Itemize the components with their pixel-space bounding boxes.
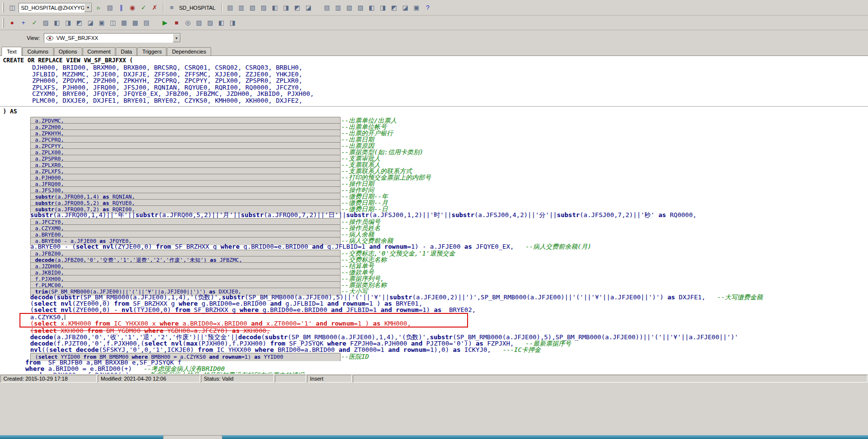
object-browser-icon[interactable]: ▤ bbox=[322, 3, 332, 13]
connection-combo[interactable]: SD_HOSPITAL@ZHXYYGL ▼ bbox=[18, 3, 92, 13]
view-selector-row: View: VW_SF_BRJFXX ▼ bbox=[0, 30, 868, 46]
to-do-list-icon[interactable]: ◧ bbox=[366, 3, 377, 13]
tab-data[interactable]: Data bbox=[116, 47, 137, 55]
code-line: a.CZYXM0,--操作员姓名 bbox=[30, 224, 868, 231]
explain-plan-window-icon[interactable]: ◪ bbox=[303, 3, 314, 13]
tab-options[interactable]: Options bbox=[54, 47, 82, 55]
created-status: Created: 2015-10-29 17:18 bbox=[0, 375, 97, 383]
code-line: substr(a.JFRQ00,1,4) as RQNIAN,--缴费日期--年 bbox=[30, 193, 868, 199]
as-line: ) AS bbox=[0, 107, 868, 117]
tab-triggers[interactable]: Triggers bbox=[137, 47, 166, 55]
tab-text[interactable]: Text bbox=[1, 47, 22, 56]
toolbar-grip[interactable] bbox=[2, 3, 4, 13]
schema-browser-label[interactable]: SD_HOSPITAL bbox=[178, 5, 218, 11]
recall-statement-icon[interactable]: ◨ bbox=[378, 3, 388, 13]
code-line: a.JFSJ00,--操作时间 bbox=[30, 186, 868, 193]
toolbar-separator bbox=[221, 3, 222, 13]
window-icons-group: ▤▥▧▨◧◨◩◪ bbox=[225, 3, 314, 13]
add-row-icon[interactable]: + bbox=[18, 18, 29, 28]
code-comment: --医院ID bbox=[341, 353, 369, 360]
tab-columns[interactable]: Columns bbox=[22, 47, 53, 55]
code-line: a.BRYE00,--病人余额 bbox=[30, 231, 868, 237]
open-document-icon[interactable]: ▥ bbox=[236, 3, 247, 13]
toolbar-grip[interactable] bbox=[2, 18, 4, 28]
view-label: View: bbox=[27, 35, 40, 41]
view-combo[interactable]: VW_SF_BRJFXX ▼ bbox=[44, 33, 181, 43]
break-icon[interactable]: ◉ bbox=[127, 3, 138, 13]
column-list-line: ZPH000, ZPDVMC, ZPZH00, ZPKHYH, ZPCPRQ, … bbox=[32, 77, 868, 84]
code-comment: ---IC卡押金 bbox=[503, 347, 541, 353]
status-spacer bbox=[353, 375, 868, 383]
code-comment: --病人交费前余额(月) bbox=[525, 243, 591, 250]
find-database-object-icon[interactable]: ▥ bbox=[333, 3, 344, 13]
preferences-icon[interactable]: ▣ bbox=[411, 3, 422, 13]
edit-toolbar: ●+✓▨◧◨◩◪▣◫▦▩▤ ▶ ■◎▧▨◧◨ bbox=[0, 16, 868, 30]
rollback-icon[interactable]: ✗ bbox=[149, 3, 160, 13]
code-line: substr(a.JFRQ00,5,2) as RQYUE0,--缴费日期--月 bbox=[30, 199, 868, 205]
chevron-down-icon[interactable]: ▼ bbox=[84, 3, 92, 12]
refresh-icon[interactable]: ▨ bbox=[40, 18, 51, 28]
code-line: a.ZPLXFS,--支票联系人的联系方式 bbox=[30, 167, 868, 174]
execute-query-icon[interactable]: ▹ bbox=[93, 3, 104, 13]
code-line: (select nvl(ZYE000,0) - nvl(TYJE00,0) fr… bbox=[30, 307, 868, 313]
chevron-down-icon[interactable]: ▼ bbox=[173, 34, 181, 42]
command-window-icon[interactable]: ◨ bbox=[281, 3, 291, 13]
validity-status: Status: Valid bbox=[201, 375, 274, 383]
select-all-icon[interactable]: ◫ bbox=[108, 18, 118, 28]
pause-icon[interactable]: ∥ bbox=[116, 3, 127, 13]
column-list-line: ZPLXFS, PJH000, JFRQ00, JFSJ00, RQNIAN, … bbox=[32, 84, 868, 91]
sql-window-icon[interactable]: ◧ bbox=[270, 3, 280, 13]
compile-invalid-objects-icon[interactable]: ▧ bbox=[344, 3, 355, 13]
replace-icon[interactable]: ▨ bbox=[205, 18, 216, 28]
code-line: a.ZPKHYH,--出票的开户银行 bbox=[30, 129, 868, 136]
session-connect-icon[interactable]: ◫ bbox=[7, 3, 18, 13]
indent-icon[interactable]: ▦ bbox=[119, 18, 129, 28]
run-icon[interactable]: ▶ bbox=[160, 18, 170, 28]
undo-icon[interactable]: ◧ bbox=[52, 18, 62, 28]
schema-tree-icon[interactable]: ≡ bbox=[166, 3, 177, 13]
run-icons-group: ▶ bbox=[160, 18, 170, 28]
describe-object-icon[interactable]: ◧ bbox=[216, 18, 227, 28]
copy-icon[interactable]: ◪ bbox=[85, 18, 96, 28]
describe-icon[interactable]: ▤ bbox=[105, 3, 115, 13]
save-icon[interactable]: ▧ bbox=[247, 3, 258, 13]
status-spacer bbox=[275, 375, 306, 383]
tab-bar: TextColumnsOptionsCommentDataTriggersDep… bbox=[0, 46, 868, 55]
macro-library-icon[interactable]: ◪ bbox=[400, 3, 411, 13]
highlight-box: a.CZYKS0,(select x.KMH000 from IC_YHXX00… bbox=[19, 313, 468, 328]
outdent-icon[interactable]: ▩ bbox=[130, 18, 141, 28]
code-line: a.ZPDVMC,--出票单位/出票人 bbox=[30, 117, 868, 123]
window-list-icon[interactable]: ◩ bbox=[389, 3, 399, 13]
column-list-line: PLMC00, DXXJE0, DXJFE1, BRYE01, BRYE02, … bbox=[32, 97, 868, 104]
commit-icon[interactable]: ✓ bbox=[138, 3, 149, 13]
code-line: a.ZPCPRQ,--出票日期 bbox=[30, 136, 868, 142]
code-line: a.ZPLX00,--票据类型(如:信用卡类别) bbox=[30, 148, 868, 155]
test-window-icon[interactable]: ◨ bbox=[227, 18, 238, 28]
search-icon[interactable]: ◎ bbox=[182, 18, 193, 28]
taskbar-edge bbox=[0, 435, 868, 439]
help-icon[interactable]: ? bbox=[422, 3, 433, 13]
code-line: a.PJH000,--打印的预交金票据上的内部号 bbox=[30, 174, 868, 180]
execution-icons-group: ▹▤∥◉✓✗ bbox=[93, 3, 160, 13]
report-window-icon[interactable]: ◩ bbox=[292, 3, 303, 13]
record-edits-icon[interactable]: ● bbox=[7, 18, 18, 28]
code-line: a.JFRQ00,--操作日期 bbox=[30, 180, 868, 186]
plsql-developer-window: ◫ SD_HOSPITAL@ZHXYYGL ▼ ▹▤∥◉✓✗ ≡ SD_HOSP… bbox=[0, 0, 868, 439]
cut-icon[interactable]: ◩ bbox=[74, 18, 85, 28]
code-line: a.JKBID0,--缴款单号 bbox=[30, 269, 868, 275]
code-assistant-icon[interactable]: ▨ bbox=[355, 3, 366, 13]
column-list-line: CZYXM0, BRYE00, JFQYE0, JFQYE0_EX, JFBZ0… bbox=[32, 91, 868, 97]
taskbar-button[interactable] bbox=[163, 435, 222, 439]
tool-icons-group: ▤▥▧▨◧◨◩◪▣? bbox=[322, 3, 433, 13]
tab-comment[interactable]: Comment bbox=[83, 47, 116, 55]
case-toggle-icon[interactable]: ▤ bbox=[141, 18, 152, 28]
paste-icon[interactable]: ▣ bbox=[96, 18, 107, 28]
redo-icon[interactable]: ◨ bbox=[63, 18, 73, 28]
stop-icon[interactable]: ■ bbox=[171, 18, 182, 28]
view-text-editor[interactable]: CREATE OR REPLACE VIEW VW_SF_BRJFXX ( DJ… bbox=[0, 55, 868, 374]
print-icon[interactable]: ▨ bbox=[258, 3, 269, 13]
post-edits-icon[interactable]: ✓ bbox=[29, 18, 40, 28]
new-document-icon[interactable]: ▤ bbox=[225, 3, 235, 13]
tab-dependencies[interactable]: Dependencies bbox=[167, 47, 211, 55]
find-next-icon[interactable]: ▧ bbox=[194, 18, 204, 28]
